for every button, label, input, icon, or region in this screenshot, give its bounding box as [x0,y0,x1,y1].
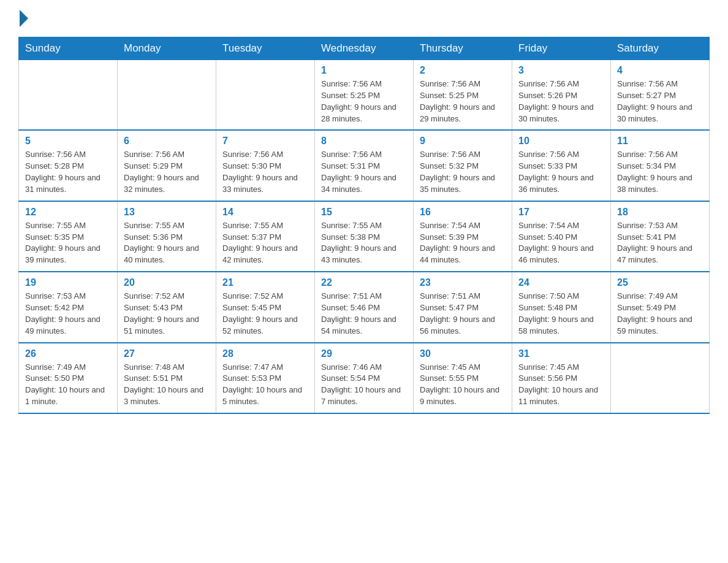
day-number: 25 [617,277,703,288]
weekday-header-tuesday: Tuesday [216,37,315,60]
calendar-cell: 19Sunrise: 7:53 AM Sunset: 5:42 PM Dayli… [19,272,118,342]
calendar-week-row: 26Sunrise: 7:49 AM Sunset: 5:50 PM Dayli… [19,343,710,413]
day-info: Sunrise: 7:55 AM Sunset: 5:38 PM Dayligh… [321,220,407,266]
day-number: 26 [25,348,111,359]
calendar-cell: 13Sunrise: 7:55 AM Sunset: 5:36 PM Dayli… [118,201,216,272]
day-number: 24 [518,277,604,288]
day-info: Sunrise: 7:45 AM Sunset: 5:56 PM Dayligh… [518,362,604,408]
day-info: Sunrise: 7:53 AM Sunset: 5:42 PM Dayligh… [25,291,111,337]
calendar-cell [19,60,118,131]
day-number: 8 [321,136,407,147]
day-number: 19 [25,277,111,288]
calendar-cell: 24Sunrise: 7:50 AM Sunset: 5:48 PM Dayli… [512,272,611,342]
calendar-week-row: 5Sunrise: 7:56 AM Sunset: 5:28 PM Daylig… [19,130,710,201]
day-info: Sunrise: 7:56 AM Sunset: 5:31 PM Dayligh… [321,149,407,195]
calendar-cell: 22Sunrise: 7:51 AM Sunset: 5:46 PM Dayli… [315,272,414,342]
day-info: Sunrise: 7:49 AM Sunset: 5:50 PM Dayligh… [25,362,111,408]
day-number: 7 [222,136,308,147]
calendar-cell: 18Sunrise: 7:53 AM Sunset: 5:41 PM Dayli… [611,201,710,272]
day-number: 12 [25,207,111,218]
day-info: Sunrise: 7:56 AM Sunset: 5:25 PM Dayligh… [420,79,506,124]
calendar-cell: 11Sunrise: 7:56 AM Sunset: 5:34 PM Dayli… [611,130,710,201]
calendar-week-row: 19Sunrise: 7:53 AM Sunset: 5:42 PM Dayli… [19,272,710,342]
calendar-cell [216,60,315,131]
day-info: Sunrise: 7:56 AM Sunset: 5:30 PM Dayligh… [222,149,308,195]
day-info: Sunrise: 7:46 AM Sunset: 5:54 PM Dayligh… [321,362,407,408]
day-number: 18 [617,207,703,218]
day-info: Sunrise: 7:56 AM Sunset: 5:34 PM Dayligh… [617,149,703,195]
weekday-header-friday: Friday [512,37,611,60]
calendar-cell: 3Sunrise: 7:56 AM Sunset: 5:26 PM Daylig… [512,60,611,131]
day-number: 3 [518,65,604,76]
calendar-cell: 10Sunrise: 7:56 AM Sunset: 5:33 PM Dayli… [512,130,611,201]
day-number: 11 [617,136,703,147]
weekday-header-row: SundayMondayTuesdayWednesdayThursdayFrid… [19,37,710,60]
day-number: 30 [420,348,506,359]
day-info: Sunrise: 7:50 AM Sunset: 5:48 PM Dayligh… [518,291,604,337]
day-number: 15 [321,207,407,218]
day-number: 28 [222,348,308,359]
calendar-cell: 1Sunrise: 7:56 AM Sunset: 5:25 PM Daylig… [315,60,414,131]
day-number: 29 [321,348,407,359]
calendar-cell: 29Sunrise: 7:46 AM Sunset: 5:54 PM Dayli… [315,343,414,413]
day-number: 9 [420,136,506,147]
calendar-cell: 7Sunrise: 7:56 AM Sunset: 5:30 PM Daylig… [216,130,315,201]
day-info: Sunrise: 7:51 AM Sunset: 5:46 PM Dayligh… [321,291,407,337]
day-info: Sunrise: 7:56 AM Sunset: 5:26 PM Dayligh… [518,79,604,124]
calendar-cell: 14Sunrise: 7:55 AM Sunset: 5:37 PM Dayli… [216,201,315,272]
day-info: Sunrise: 7:47 AM Sunset: 5:53 PM Dayligh… [222,362,308,408]
page-header [18,12,710,27]
calendar-cell [118,60,216,131]
calendar-cell: 6Sunrise: 7:56 AM Sunset: 5:29 PM Daylig… [118,130,216,201]
calendar-cell [611,343,710,413]
day-number: 20 [124,277,210,288]
day-number: 13 [124,207,210,218]
day-info: Sunrise: 7:45 AM Sunset: 5:55 PM Dayligh… [420,362,506,408]
day-info: Sunrise: 7:48 AM Sunset: 5:51 PM Dayligh… [124,362,210,408]
day-number: 4 [617,65,703,76]
weekday-header-monday: Monday [118,37,216,60]
calendar-cell: 15Sunrise: 7:55 AM Sunset: 5:38 PM Dayli… [315,201,414,272]
day-info: Sunrise: 7:52 AM Sunset: 5:43 PM Dayligh… [124,291,210,337]
calendar-cell: 2Sunrise: 7:56 AM Sunset: 5:25 PM Daylig… [414,60,512,131]
day-number: 1 [321,65,407,76]
calendar-cell: 27Sunrise: 7:48 AM Sunset: 5:51 PM Dayli… [118,343,216,413]
calendar-week-row: 12Sunrise: 7:55 AM Sunset: 5:35 PM Dayli… [19,201,710,272]
weekday-header-sunday: Sunday [19,37,118,60]
calendar-cell: 5Sunrise: 7:56 AM Sunset: 5:28 PM Daylig… [19,130,118,201]
day-number: 22 [321,277,407,288]
day-info: Sunrise: 7:51 AM Sunset: 5:47 PM Dayligh… [420,291,506,337]
calendar-cell: 26Sunrise: 7:49 AM Sunset: 5:50 PM Dayli… [19,343,118,413]
day-number: 14 [222,207,308,218]
day-number: 23 [420,277,506,288]
day-info: Sunrise: 7:56 AM Sunset: 5:27 PM Dayligh… [617,79,703,124]
day-number: 5 [25,136,111,147]
day-info: Sunrise: 7:55 AM Sunset: 5:37 PM Dayligh… [222,220,308,266]
day-info: Sunrise: 7:54 AM Sunset: 5:39 PM Dayligh… [420,220,506,266]
calendar-cell: 28Sunrise: 7:47 AM Sunset: 5:53 PM Dayli… [216,343,315,413]
day-info: Sunrise: 7:56 AM Sunset: 5:32 PM Dayligh… [420,149,506,195]
day-number: 6 [124,136,210,147]
day-info: Sunrise: 7:52 AM Sunset: 5:45 PM Dayligh… [222,291,308,337]
calendar-cell: 25Sunrise: 7:49 AM Sunset: 5:49 PM Dayli… [611,272,710,342]
day-info: Sunrise: 7:49 AM Sunset: 5:49 PM Dayligh… [617,291,703,337]
calendar-cell: 21Sunrise: 7:52 AM Sunset: 5:45 PM Dayli… [216,272,315,342]
calendar-cell: 8Sunrise: 7:56 AM Sunset: 5:31 PM Daylig… [315,130,414,201]
day-info: Sunrise: 7:55 AM Sunset: 5:36 PM Dayligh… [124,220,210,266]
calendar-cell: 16Sunrise: 7:54 AM Sunset: 5:39 PM Dayli… [414,201,512,272]
calendar-week-row: 1Sunrise: 7:56 AM Sunset: 5:25 PM Daylig… [19,60,710,131]
day-number: 2 [420,65,506,76]
day-info: Sunrise: 7:53 AM Sunset: 5:41 PM Dayligh… [617,220,703,266]
day-info: Sunrise: 7:54 AM Sunset: 5:40 PM Dayligh… [518,220,604,266]
day-info: Sunrise: 7:56 AM Sunset: 5:25 PM Dayligh… [321,79,407,124]
day-number: 27 [124,348,210,359]
day-info: Sunrise: 7:56 AM Sunset: 5:29 PM Dayligh… [124,149,210,195]
logo [18,12,28,27]
calendar-cell: 31Sunrise: 7:45 AM Sunset: 5:56 PM Dayli… [512,343,611,413]
weekday-header-saturday: Saturday [611,37,710,60]
calendar-cell: 30Sunrise: 7:45 AM Sunset: 5:55 PM Dayli… [414,343,512,413]
calendar-cell: 20Sunrise: 7:52 AM Sunset: 5:43 PM Dayli… [118,272,216,342]
day-number: 10 [518,136,604,147]
calendar-cell: 23Sunrise: 7:51 AM Sunset: 5:47 PM Dayli… [414,272,512,342]
weekday-header-thursday: Thursday [414,37,512,60]
